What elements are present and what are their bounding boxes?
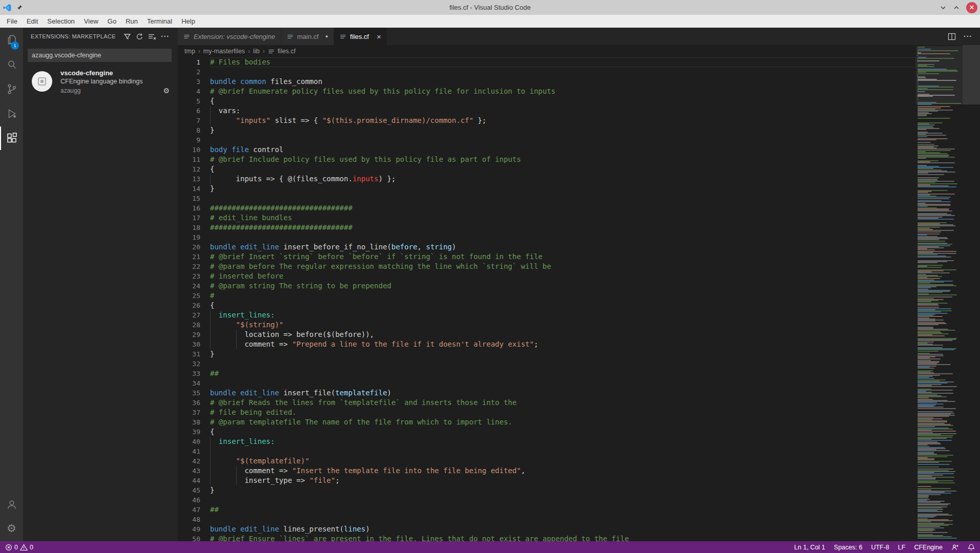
breadcrumb-item[interactable]: lib (253, 48, 260, 55)
extension-manage-gear-icon[interactable]: ⚙ (163, 87, 170, 94)
code-line-15[interactable]: 15 (178, 194, 916, 203)
more-actions-icon[interactable]: ··· (161, 34, 170, 39)
scrollbar-thumb[interactable] (963, 45, 980, 104)
tab-main.cf[interactable]: main.cf● (281, 28, 334, 45)
breadcrumb-file[interactable]: files.cf (278, 48, 296, 55)
code-line-16[interactable]: 16################################# (178, 203, 916, 213)
problems-errors[interactable]: 0 (5, 544, 18, 551)
code-line-3[interactable]: 3bundle common files_common (178, 77, 916, 87)
code-line-37[interactable]: 37# file being edited. (178, 408, 916, 417)
chevron-down-icon[interactable] (940, 4, 947, 11)
language-mode[interactable]: CFEngine (914, 544, 943, 551)
code-line-4[interactable]: 4# @brief Enumerate policy files used by… (178, 87, 916, 96)
breadcrumb-item[interactable]: tmp (184, 48, 195, 55)
code-line-7[interactable]: 7 "inputs" slist => { "$(this.promise_di… (178, 116, 916, 125)
code-line-6[interactable]: 6 vars: (178, 106, 916, 116)
code-line-40[interactable]: 40 insert_lines: (178, 437, 916, 446)
extension-list-item[interactable]: vscode-cfengine CFEngine language bindin… (23, 66, 178, 98)
problems-warnings[interactable]: 0 (20, 544, 33, 551)
code-line-19[interactable]: 19 (178, 232, 916, 242)
notifications-bell-icon[interactable] (968, 544, 975, 551)
run-and-debug-icon[interactable] (0, 101, 23, 126)
menu-item-selection[interactable]: Selection (43, 15, 79, 28)
code-line-35[interactable]: 35bundle edit_line insert_file(templatef… (178, 388, 916, 398)
code-line-34[interactable]: 34 (178, 378, 916, 388)
extension-search-input[interactable] (28, 49, 172, 62)
code-line-50[interactable]: 50# @brief Ensure `lines` are present in… (178, 534, 916, 541)
chevron-up-icon[interactable] (953, 4, 960, 11)
code-line-43[interactable]: 43 comment => "Insert the template file … (178, 466, 916, 476)
filter-icon[interactable] (123, 33, 131, 40)
code-line-8[interactable]: 8} (178, 125, 916, 135)
code-line-2[interactable]: 2 (178, 67, 916, 77)
cursor-position[interactable]: Ln 1, Col 1 (794, 544, 825, 551)
line-content: # @brief Include policy files used by th… (210, 155, 916, 164)
indentation[interactable]: Spaces: 6 (834, 544, 863, 551)
menu-item-run[interactable]: Run (121, 15, 142, 28)
code-line-28[interactable]: 28 "$(string)" (178, 320, 916, 330)
code-line-11[interactable]: 11# @brief Include policy files used by … (178, 155, 916, 164)
accounts-icon[interactable] (0, 492, 23, 517)
settings-gear-icon[interactable]: ⚙ (0, 516, 23, 540)
code-line-48[interactable]: 48 (178, 515, 916, 524)
window-close-button[interactable]: ✕ (966, 2, 977, 13)
code-line-17[interactable]: 17# edit_line bundles (178, 213, 916, 223)
code-line-1[interactable]: 1# Files bodies (178, 57, 916, 67)
code-line-10[interactable]: 10body file control (178, 145, 916, 155)
eol-sequence[interactable]: LF (898, 544, 906, 551)
code-line-30[interactable]: 30 comment => "Prepend a line to the fil… (178, 339, 916, 349)
code-line-14[interactable]: 14} (178, 184, 916, 194)
menu-item-terminal[interactable]: Terminal (142, 15, 177, 28)
code-line-41[interactable]: 41 (178, 446, 916, 456)
code-line-9[interactable]: 9 (178, 135, 916, 145)
close-tab-icon[interactable]: × (377, 33, 381, 40)
code-line-21[interactable]: 21# @brief Insert `string` before `befor… (178, 252, 916, 262)
clear-extension-search-icon[interactable] (148, 33, 156, 40)
source-control-icon[interactable] (0, 77, 23, 101)
code-line-31[interactable]: 31} (178, 349, 916, 359)
code-line-36[interactable]: 36# @brief Reads the lines from `templat… (178, 398, 916, 408)
code-line-38[interactable]: 38# @param templatefile The name of the … (178, 417, 916, 427)
menu-item-file[interactable]: File (2, 15, 22, 28)
code-line-39[interactable]: 39{ (178, 427, 916, 437)
code-line-44[interactable]: 44 insert_type => "file"; (178, 476, 916, 485)
code-line-49[interactable]: 49bundle edit_line lines_present(lines) (178, 524, 916, 534)
search-icon[interactable] (0, 52, 23, 77)
code-editor[interactable]: 1# Files bodies23bundle common files_com… (178, 57, 916, 541)
menu-item-view[interactable]: View (79, 15, 103, 28)
code-line-32[interactable]: 32 (178, 359, 916, 369)
menu-item-go[interactable]: Go (103, 15, 121, 28)
editor-more-actions-icon[interactable]: ··· (964, 34, 972, 39)
modified-dot-icon[interactable]: ● (325, 34, 328, 39)
code-line-5[interactable]: 5{ (178, 96, 916, 106)
menu-item-edit[interactable]: Edit (22, 15, 43, 28)
split-editor-icon[interactable] (948, 33, 956, 40)
tab-files.cf[interactable]: files.cf× (334, 28, 387, 45)
code-line-24[interactable]: 24# @param string The string to be prepe… (178, 281, 916, 291)
extensions-icon[interactable] (0, 126, 23, 151)
refresh-icon[interactable] (136, 33, 143, 40)
code-line-27[interactable]: 27 insert_lines: (178, 310, 916, 320)
code-line-33[interactable]: 33## (178, 369, 916, 378)
code-line-26[interactable]: 26{ (178, 301, 916, 310)
minimap[interactable] (916, 45, 963, 541)
encoding[interactable]: UTF-8 (871, 544, 889, 551)
code-line-29[interactable]: 29 location => before($(before)), (178, 330, 916, 339)
code-line-25[interactable]: 25# (178, 291, 916, 301)
feedback-icon[interactable] (951, 544, 959, 551)
code-line-45[interactable]: 45} (178, 485, 916, 495)
tab-extension-vscode-cfengine[interactable]: Extension: vscode-cfengine (178, 28, 281, 45)
code-line-46[interactable]: 46 (178, 495, 916, 505)
code-line-20[interactable]: 20bundle edit_line insert_before_if_no_l… (178, 242, 916, 252)
code-line-18[interactable]: 18################################# (178, 223, 916, 232)
explorer-icon[interactable]: 1 (0, 28, 23, 52)
minimap-slider[interactable] (916, 46, 963, 104)
code-line-22[interactable]: 22# @param before The regular expression… (178, 262, 916, 271)
code-line-23[interactable]: 23# inserted before (178, 271, 916, 281)
menu-item-help[interactable]: Help (177, 15, 200, 28)
breadcrumb-item[interactable]: my-masterfiles (203, 48, 245, 55)
code-line-42[interactable]: 42 "$(templatefile)" (178, 456, 916, 466)
code-line-12[interactable]: 12{ (178, 164, 916, 174)
code-line-13[interactable]: 13 inputs => { @(files_common.inputs) }; (178, 174, 916, 184)
code-line-47[interactable]: 47## (178, 505, 916, 515)
